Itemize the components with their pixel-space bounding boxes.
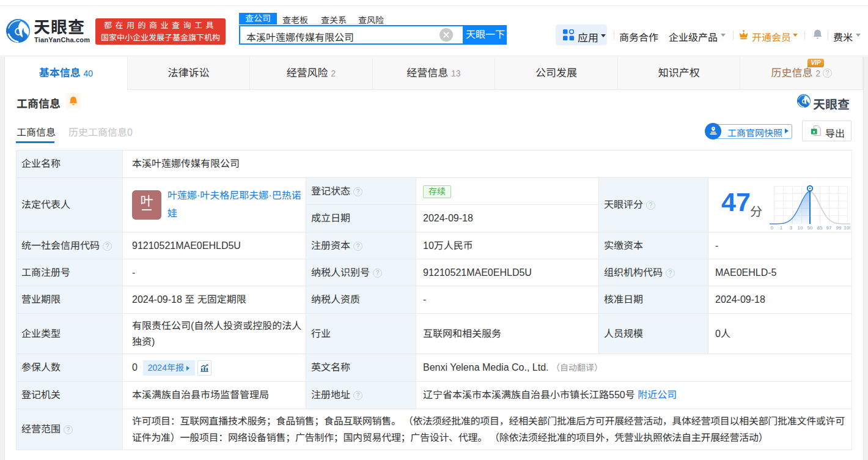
svg-text:97: 97	[826, 225, 832, 230]
svg-text:100: 100	[844, 225, 850, 230]
svg-text:50: 50	[807, 225, 813, 230]
svg-text:1: 1	[780, 225, 783, 230]
svg-text:85: 85	[817, 225, 823, 230]
svg-text:99: 99	[836, 225, 842, 230]
svg-text:10: 10	[798, 225, 803, 230]
svg-text:3: 3	[790, 225, 793, 230]
svg-text:0: 0	[771, 225, 774, 230]
